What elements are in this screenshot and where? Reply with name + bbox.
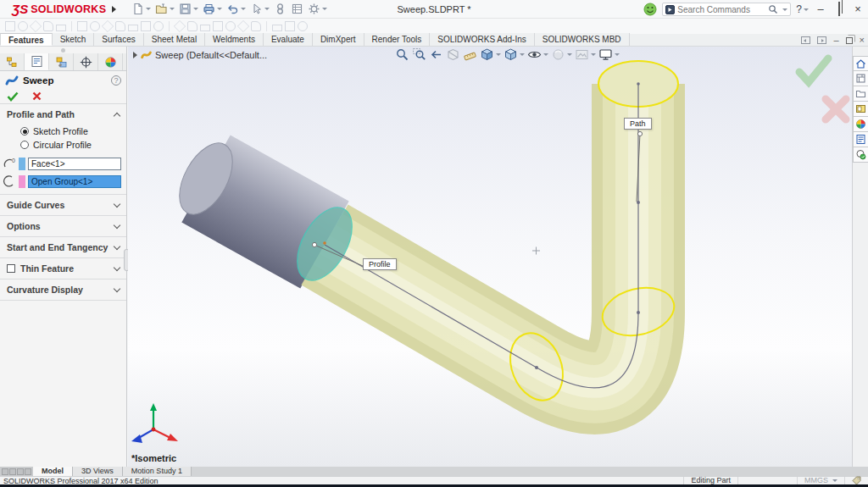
tab-display-manager[interactable] (98, 53, 123, 70)
open-button[interactable] (153, 2, 176, 16)
3d-scene[interactable] (128, 47, 852, 467)
expand-chevron-icon[interactable] (114, 200, 120, 207)
dropdown-caret[interactable] (567, 53, 572, 56)
dropdown-caret[interactable] (520, 53, 525, 56)
prev-tab-button[interactable] (9, 468, 16, 475)
dropdown-caret[interactable] (217, 8, 222, 10)
save-button[interactable] (177, 2, 200, 16)
search-scope-icon[interactable] (665, 5, 675, 14)
radio-button[interactable] (20, 141, 29, 149)
custom-properties-button[interactable] (853, 132, 868, 147)
menu-flyout-arrow-icon[interactable] (112, 6, 116, 13)
profile-callout-label[interactable]: Profile (363, 258, 397, 270)
file-explorer-button[interactable] (853, 86, 868, 102)
dropdown-caret[interactable] (241, 8, 246, 10)
design-library-button[interactable] (853, 71, 868, 86)
tab-3d-views[interactable]: 3D Views (73, 467, 123, 476)
collapse-chevron-icon[interactable] (114, 112, 120, 119)
breadcrumb-flyout-icon[interactable] (133, 52, 137, 58)
tab-render-tools[interactable]: Render Tools (364, 33, 431, 46)
measure-button[interactable] (463, 47, 477, 62)
dropdown-caret[interactable] (322, 8, 327, 10)
expand-chevron-icon[interactable] (114, 221, 120, 228)
path-callout-label[interactable]: Path (624, 118, 652, 130)
tab-weldments[interactable]: Weldments (205, 33, 264, 46)
file-properties-button[interactable] (289, 2, 305, 16)
minimize-button[interactable]: – (814, 3, 827, 16)
edit-appearance-button[interactable] (551, 47, 572, 62)
section-header-options[interactable]: Options (0, 216, 126, 236)
tab-surfaces[interactable]: Surfaces (94, 33, 143, 46)
apply-scene-button[interactable] (575, 47, 596, 62)
dropdown-caret[interactable] (264, 8, 270, 10)
section-header-guide-curves[interactable]: Guide Curves (0, 195, 126, 215)
dropdown-caret[interactable] (496, 53, 501, 56)
dropdown-caret[interactable] (170, 8, 175, 10)
zoom-fit-button[interactable] (395, 47, 409, 62)
last-tab-button[interactable] (25, 468, 31, 475)
help-button[interactable]: ? (796, 3, 809, 15)
feature-breadcrumb[interactable]: Sweep (Default<<Default... (133, 49, 267, 60)
search-dropdown-caret[interactable] (782, 8, 787, 11)
units-selector[interactable]: MMGS (797, 477, 844, 485)
tab-feature-manager[interactable] (0, 53, 25, 70)
options-button[interactable] (306, 2, 329, 16)
section-header-start-end-tangency[interactable]: Start and End Tangency (0, 237, 126, 257)
dropdown-caret[interactable] (804, 8, 809, 11)
status-tag-button[interactable] (844, 477, 868, 485)
doc-close-button[interactable]: × (860, 35, 865, 45)
viewport-background[interactable] (128, 47, 852, 467)
tab-sketch[interactable]: Sketch (53, 33, 95, 46)
cancel-button[interactable] (32, 91, 42, 101)
undo-button[interactable] (225, 2, 248, 16)
tab-model[interactable]: Model (33, 467, 73, 476)
profile-selection-box[interactable]: Face<1> (28, 158, 121, 170)
radio-button-selected[interactable] (20, 127, 29, 136)
first-tab-button[interactable] (2, 468, 8, 475)
next-tab-button[interactable] (17, 468, 24, 475)
section-header-curvature-display[interactable]: Curvature Display (0, 279, 126, 300)
dropdown-caret[interactable] (832, 479, 837, 482)
expand-chevron-icon[interactable] (114, 263, 120, 270)
path-selection-box[interactable]: Open Group<1> (28, 175, 121, 188)
dropdown-caret[interactable] (193, 8, 198, 10)
select-button[interactable] (248, 2, 271, 16)
expand-chevron-icon[interactable] (114, 285, 120, 291)
appearances-scenes-button[interactable] (853, 117, 868, 132)
view-palette-button[interactable] (853, 102, 868, 117)
dropdown-caret[interactable] (146, 8, 151, 10)
tab-sheet-metal[interactable]: Sheet Metal (144, 33, 205, 46)
panel-splitter-handle[interactable] (0, 47, 126, 53)
hide-show-items-button[interactable] (527, 47, 548, 62)
new-document-button[interactable] (130, 2, 153, 16)
dropdown-caret[interactable] (591, 53, 596, 56)
search-commands-box[interactable] (662, 3, 791, 16)
radio-sketch-profile[interactable]: Sketch Profile (0, 125, 126, 138)
dropdown-caret[interactable] (615, 53, 620, 56)
zoom-area-button[interactable] (412, 47, 426, 62)
close-button[interactable]: × (851, 3, 865, 16)
dropdown-caret[interactable] (543, 53, 548, 56)
tab-evaluate[interactable]: Evaluate (264, 33, 313, 46)
section-header-thin-feature[interactable]: Thin Feature (0, 258, 126, 279)
tab-dimxpert[interactable]: DimXpert (313, 33, 364, 46)
tab-dimxpert-manager[interactable] (74, 53, 98, 70)
tab-solidworks-addins[interactable]: SOLIDWORKS Add-Ins (430, 33, 534, 46)
view-orientation-button[interactable] (480, 47, 501, 62)
ok-button[interactable] (7, 91, 19, 102)
print-button[interactable] (201, 2, 224, 16)
display-style-button[interactable] (504, 47, 525, 62)
collapse-pane-right-icon[interactable] (817, 36, 826, 44)
restore-button[interactable] (832, 3, 846, 16)
pm-help-icon[interactable]: ? (111, 75, 121, 86)
search-input[interactable] (677, 5, 765, 14)
solidworks-forum-button[interactable] (853, 147, 868, 163)
expand-chevron-icon[interactable] (114, 242, 120, 249)
tab-features[interactable]: Features (0, 33, 53, 46)
feedback-smiley-icon[interactable] (643, 3, 657, 16)
doc-restore-button[interactable] (846, 37, 853, 44)
collapse-pane-left-icon[interactable] (801, 36, 810, 44)
thin-feature-checkbox[interactable] (7, 264, 15, 273)
previous-view-button[interactable] (429, 47, 443, 62)
doc-minimize-button[interactable]: – (833, 35, 838, 45)
